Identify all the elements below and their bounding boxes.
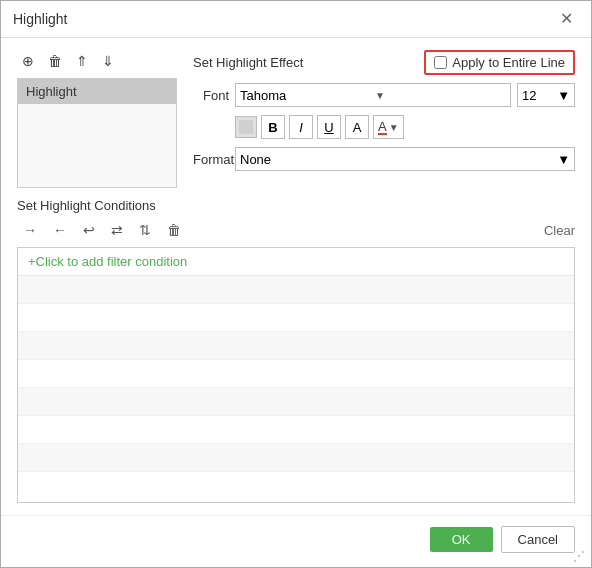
size-chevron-icon: ▼ xyxy=(557,88,570,103)
cancel-button[interactable]: Cancel xyxy=(501,526,575,553)
font-select[interactable]: Tahoma ▼ xyxy=(235,83,511,107)
dialog-body: ⊕ 🗑 ⇑ ⇓ Highlight Set Highlight Effect A… xyxy=(1,38,591,515)
size-select[interactable]: 12 ▼ xyxy=(517,83,575,107)
format-select[interactable]: None ▼ xyxy=(235,147,575,171)
size-value: 12 xyxy=(522,88,536,103)
top-section: ⊕ 🗑 ⇑ ⇓ Highlight Set Highlight Effect A… xyxy=(17,50,575,188)
highlight-dialog: Highlight ✕ ⊕ 🗑 ⇑ ⇓ Highlight xyxy=(0,0,592,568)
list-item[interactable]: Highlight xyxy=(18,79,176,104)
italic-button[interactable]: I xyxy=(289,115,313,139)
clear-button[interactable]: Clear xyxy=(544,223,575,238)
conditions-title: Set Highlight Conditions xyxy=(17,198,575,213)
font-value: Tahoma xyxy=(240,88,371,103)
resize-handle-icon[interactable]: ⋰ xyxy=(573,549,585,563)
cond-indent-button[interactable]: ⇄ xyxy=(105,219,129,241)
format-value: None xyxy=(240,152,271,167)
cond-return-button[interactable]: ↩ xyxy=(77,219,101,241)
underline-button[interactable]: U xyxy=(317,115,341,139)
condition-row xyxy=(18,444,574,472)
condition-row xyxy=(18,304,574,332)
font-row: Font Tahoma ▼ 12 ▼ xyxy=(193,83,575,107)
conditions-toolbar: → ← ↩ ⇄ ⇅ 🗑 Clear xyxy=(17,219,575,241)
font-underline-color-button[interactable]: A ▼ xyxy=(373,115,404,139)
color-swatch[interactable] xyxy=(235,116,257,138)
svg-rect-0 xyxy=(239,120,253,134)
close-button[interactable]: ✕ xyxy=(554,9,579,29)
font-color-button[interactable]: A xyxy=(345,115,369,139)
cond-outdent-button[interactable]: ⇅ xyxy=(133,219,157,241)
condition-row xyxy=(18,332,574,360)
add-highlight-button[interactable]: ⊕ xyxy=(17,50,39,72)
condition-row xyxy=(18,416,574,444)
highlight-list[interactable]: Highlight xyxy=(17,78,177,188)
cond-forward-button[interactable]: → xyxy=(17,219,43,241)
format-row: Format None ▼ xyxy=(193,147,575,171)
font-label: Font xyxy=(193,88,229,103)
entire-line-checkbox[interactable] xyxy=(434,56,447,69)
cond-back-button[interactable]: ← xyxy=(47,219,73,241)
delete-highlight-button[interactable]: 🗑 xyxy=(43,50,67,72)
bold-button[interactable]: B xyxy=(261,115,285,139)
conditions-tools: → ← ↩ ⇄ ⇅ 🗑 xyxy=(17,219,187,241)
dialog-title: Highlight xyxy=(13,11,67,27)
move-down-button[interactable]: ⇓ xyxy=(97,50,119,72)
filter-add-placeholder[interactable]: +Click to add filter condition xyxy=(18,248,574,276)
condition-row xyxy=(18,388,574,416)
conditions-section: Set Highlight Conditions → ← ↩ ⇄ ⇅ 🗑 Cle… xyxy=(17,198,575,503)
dialog-footer: OK Cancel ⋰ xyxy=(1,515,591,567)
formatting-row: B I U A A ▼ xyxy=(193,115,575,139)
font-chevron-icon: ▼ xyxy=(371,90,506,101)
condition-row xyxy=(18,276,574,304)
highlight-toolbar: ⊕ 🗑 ⇑ ⇓ xyxy=(17,50,177,72)
entire-line-label: Apply to Entire Line xyxy=(452,55,565,70)
right-panel: Set Highlight Effect Apply to Entire Lin… xyxy=(193,50,575,188)
cond-delete-button[interactable]: 🗑 xyxy=(161,219,187,241)
condition-row xyxy=(18,360,574,388)
ok-button[interactable]: OK xyxy=(430,527,493,552)
effect-header: Set Highlight Effect Apply to Entire Lin… xyxy=(193,50,575,75)
conditions-area[interactable]: +Click to add filter condition xyxy=(17,247,575,503)
format-label: Format xyxy=(193,152,229,167)
format-chevron-icon: ▼ xyxy=(557,152,570,167)
font-color-dropdown-icon: ▼ xyxy=(389,122,399,133)
color-swatch-icon xyxy=(239,120,253,134)
left-panel: ⊕ 🗑 ⇑ ⇓ Highlight xyxy=(17,50,177,188)
move-up-button[interactable]: ⇑ xyxy=(71,50,93,72)
effect-label: Set Highlight Effect xyxy=(193,55,303,70)
entire-line-container: Apply to Entire Line xyxy=(424,50,575,75)
font-color-a-label: A xyxy=(378,120,387,135)
dialog-titlebar: Highlight ✕ xyxy=(1,1,591,38)
